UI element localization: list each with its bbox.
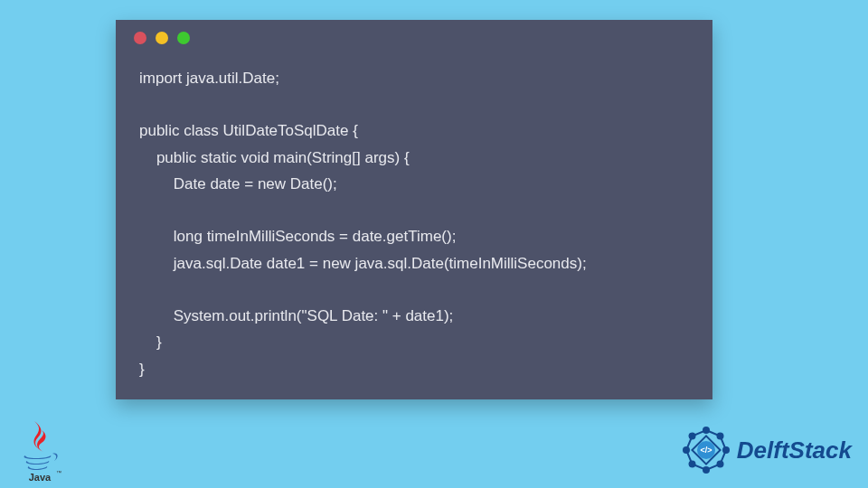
delftstack-logo-icon: </> (681, 425, 731, 475)
code-window: import java.util.Date; public class Util… (116, 20, 712, 399)
code-line: Date date = new Date(); (139, 175, 337, 192)
code-line: import java.util.Date; (139, 70, 279, 87)
code-line: System.out.println("SQL Date: " + date1)… (139, 307, 453, 324)
zoom-icon[interactable] (177, 32, 190, 44)
close-icon[interactable] (134, 32, 146, 44)
code-line: java.sql.Date date1 = new java.sql.Date(… (139, 255, 587, 272)
brand-name: DelftStack (737, 436, 852, 465)
svg-text:Java: Java (29, 472, 52, 483)
window-titlebar (116, 20, 712, 56)
code-block: import java.util.Date; public class Util… (116, 56, 712, 400)
code-line: } (139, 333, 162, 351)
code-line: public static void main(String[] args) { (139, 149, 410, 166)
code-line: public class UtilDateToSqlDate { (139, 122, 358, 139)
minimize-icon[interactable] (156, 32, 168, 44)
code-line: } (139, 361, 145, 378)
java-logo-icon: Java ™ (16, 418, 63, 483)
brand: </> DelftStack (681, 425, 852, 475)
svg-text:</>: </> (700, 446, 712, 455)
svg-text:™: ™ (56, 470, 61, 475)
code-line: long timeInMilliSeconds = date.getTime()… (139, 228, 456, 245)
